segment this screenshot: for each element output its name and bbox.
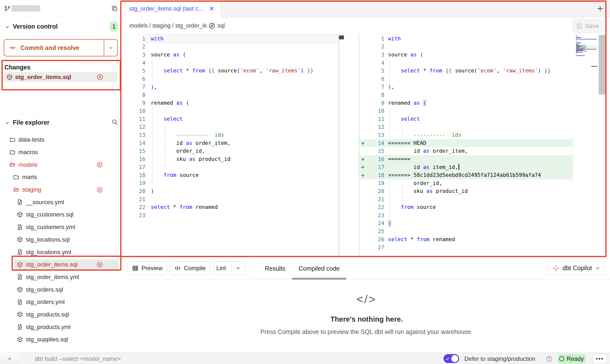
tab-compiled-code[interactable]: Compiled code bbox=[299, 258, 340, 280]
file-item[interactable]: stg_customers.yml bbox=[0, 221, 123, 233]
discard-change-icon[interactable] bbox=[97, 162, 103, 168]
line-number: 13 bbox=[366, 132, 384, 138]
file-item[interactable]: stg_order_items.yml bbox=[0, 271, 123, 283]
dbt-copilot-button[interactable]: dbt Copilot bbox=[548, 261, 604, 275]
commit-dropdown-button[interactable] bbox=[104, 40, 117, 56]
file-item[interactable]: stg_supplies.sql bbox=[0, 333, 123, 346]
code-line: 10│ bbox=[123, 107, 338, 115]
save-button[interactable]: Save bbox=[572, 19, 603, 33]
close-tab-icon[interactable]: ✕ bbox=[209, 5, 214, 12]
lint-dropdown-icon[interactable] bbox=[231, 262, 244, 275]
tab-title: stg_order_items.sql (last c... bbox=[129, 5, 203, 12]
new-tab-icon[interactable] bbox=[596, 5, 604, 13]
line-number: 3 bbox=[123, 52, 145, 58]
code-line: 22select * from renamed bbox=[123, 203, 338, 211]
file-item-label: stg_customers.sql bbox=[26, 211, 73, 218]
file-item[interactable]: stg_orders.sql bbox=[0, 283, 123, 296]
right-scrollbar-thumb[interactable] bbox=[599, 35, 606, 95]
line-number: 27 bbox=[366, 244, 384, 250]
file-item-label: stg_locations.yml bbox=[26, 249, 71, 256]
file-item[interactable]: stg_customers.sql bbox=[0, 208, 123, 221]
preview-button[interactable]: Preview bbox=[128, 261, 167, 275]
discard-change-icon[interactable] bbox=[97, 262, 103, 268]
document-icon bbox=[17, 199, 23, 205]
code-line: 5│ select * from {{ source('ecom', 'raw_… bbox=[123, 67, 338, 75]
code-pane-right[interactable]: 1with23source as (4│5│ select * from {{ … bbox=[360, 35, 573, 251]
sidebar: Version control 1 Commit and resolve Cha… bbox=[0, 0, 123, 353]
minimap-slider[interactable] bbox=[591, 66, 597, 67]
code-line: 23│ bbox=[360, 211, 573, 219]
compile-label: Compile bbox=[184, 265, 205, 272]
code-icon bbox=[174, 265, 181, 271]
line-number: 21 bbox=[123, 196, 145, 202]
chevron-up-icon[interactable] bbox=[7, 356, 12, 362]
search-icon[interactable] bbox=[111, 119, 118, 125]
folder-icon bbox=[9, 149, 16, 155]
command-input-area[interactable]: dbt build --select <model_name> Defer to… bbox=[19, 353, 610, 364]
line-number: 23 bbox=[123, 212, 145, 218]
copy-icon[interactable] bbox=[111, 5, 118, 12]
tab-stg-order-items[interactable]: stg_order_items.sql (last c... ✕ bbox=[123, 0, 221, 17]
file-item[interactable]: macros bbox=[0, 146, 123, 159]
file-item-label: macros bbox=[18, 149, 38, 156]
discard-change-icon[interactable] bbox=[97, 187, 103, 193]
file-item[interactable]: marts bbox=[0, 171, 123, 183]
code-line: 7), bbox=[123, 83, 338, 91]
file-item[interactable]: staging bbox=[0, 183, 123, 196]
line-number: 19 bbox=[123, 180, 145, 186]
file-item[interactable]: data-tests bbox=[0, 133, 123, 146]
file-item[interactable]: stg_orders.yml bbox=[0, 296, 123, 308]
code-line: +17 id as item_id, bbox=[360, 163, 573, 171]
changed-file-chip[interactable]: stg_order_items.sql bbox=[4, 72, 118, 82]
changes-label: Changes bbox=[4, 64, 31, 71]
code-empty-icon: </> bbox=[356, 293, 377, 306]
git-commit-icon bbox=[9, 44, 16, 51]
chevron-down-icon[interactable] bbox=[4, 120, 10, 126]
file-item[interactable]: stg_locations.yml bbox=[0, 246, 123, 258]
defer-label: Defer to staging/production bbox=[464, 353, 535, 364]
chevron-down-icon[interactable] bbox=[4, 24, 10, 30]
commit-button-label: Commit and resolve bbox=[20, 44, 79, 51]
code-pane-left[interactable]: 1with23source as (4│5│ select * from {{ … bbox=[123, 35, 338, 219]
file-item[interactable]: stg_products.yml bbox=[0, 321, 123, 333]
file-item-label: stg_orders.sql bbox=[26, 286, 63, 293]
empty-state-subtitle: Press Compile above to preview the SQL d… bbox=[260, 328, 473, 335]
line-number: 2 bbox=[366, 44, 384, 50]
file-item-label: stg_customers.yml bbox=[26, 224, 75, 231]
more-options-button[interactable]: ••• bbox=[593, 354, 607, 364]
commit-and-resolve-button[interactable]: Commit and resolve bbox=[4, 39, 118, 56]
file-item[interactable]: models bbox=[0, 158, 123, 171]
tab-results[interactable]: Results bbox=[265, 258, 285, 280]
vertical-divider bbox=[251, 258, 251, 280]
ready-status-button[interactable]: Ready bbox=[558, 354, 586, 364]
file-item-label: stg_products.yml bbox=[26, 324, 70, 331]
save-icon bbox=[576, 23, 583, 29]
compile-button[interactable]: Compile bbox=[170, 261, 210, 275]
file-item[interactable]: stg_order_items.sql bbox=[0, 258, 123, 271]
code-line: 21 bbox=[123, 195, 338, 203]
section-divider bbox=[0, 114, 123, 114]
empty-state-title: There's nothing here. bbox=[330, 315, 403, 323]
code-line: 15│ │ id as order_item, bbox=[360, 147, 573, 155]
minimap[interactable] bbox=[576, 36, 597, 57]
sidebar-header bbox=[0, 0, 123, 17]
line-number: 5 bbox=[123, 68, 145, 74]
defer-toggle[interactable] bbox=[443, 354, 459, 363]
file-item[interactable]: stg_products.sql bbox=[0, 308, 123, 321]
line-number: 12 bbox=[366, 124, 384, 130]
file-item[interactable]: stg_locations.sql bbox=[0, 233, 123, 246]
lint-button[interactable]: Lint bbox=[214, 261, 245, 275]
discard-change-icon[interactable] bbox=[97, 74, 103, 80]
file-explorer-title: File explorer bbox=[13, 119, 50, 126]
dbt-logo-icon bbox=[552, 265, 559, 272]
code-line: 5│ select * from {{ source('ecom', 'raw_… bbox=[360, 67, 573, 75]
action-row: Preview Compile Lint Results Compiled co… bbox=[123, 258, 610, 280]
file-item[interactable]: __sources.yml bbox=[0, 196, 123, 208]
line-number: 19 bbox=[366, 180, 384, 186]
left-scrollbar-thumb[interactable] bbox=[339, 35, 344, 39]
git-branch-icon[interactable] bbox=[4, 5, 11, 12]
line-number: 12 bbox=[123, 124, 145, 130]
help-icon[interactable] bbox=[546, 356, 552, 362]
line-number: 25 bbox=[366, 228, 384, 234]
lineage-icon[interactable] bbox=[206, 20, 217, 31]
